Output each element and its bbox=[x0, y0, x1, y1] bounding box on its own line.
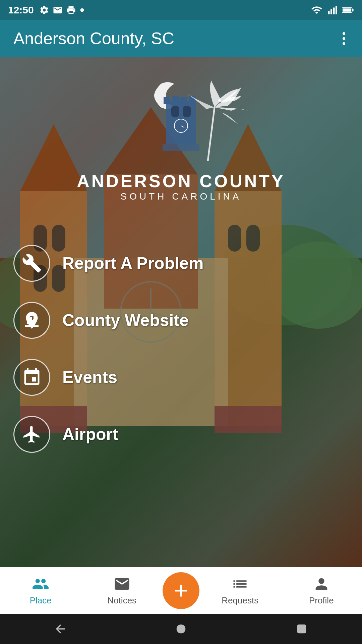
airport-label: Airport bbox=[62, 425, 118, 444]
menu-item-events[interactable]: Events bbox=[13, 352, 349, 402]
events-label: Events bbox=[62, 368, 117, 387]
wrench-icon bbox=[22, 253, 42, 273]
logo-section: ANDERSON COUNTY SOUTH CAROLINA bbox=[0, 70, 362, 202]
county-website-icon-circle bbox=[13, 302, 50, 339]
status-left: 12:50 bbox=[8, 4, 85, 16]
notices-nav-icon bbox=[113, 575, 131, 593]
profile-nav-label: Profile bbox=[309, 595, 334, 606]
add-button[interactable] bbox=[163, 572, 199, 609]
home-circle-icon bbox=[174, 622, 188, 636]
requests-nav-icon bbox=[231, 575, 249, 593]
logo-county-text: ANDERSON COUNTY bbox=[77, 171, 285, 191]
nav-item-profile[interactable]: Profile bbox=[281, 575, 362, 606]
hero-section: ANDERSON COUNTY SOUTH CAROLINA Report A … bbox=[0, 57, 362, 577]
back-icon bbox=[54, 622, 67, 636]
calendar-icon bbox=[22, 367, 42, 387]
svg-rect-4 bbox=[336, 6, 337, 14]
building-icon bbox=[22, 310, 42, 330]
svg-rect-35 bbox=[171, 106, 179, 117]
recent-icon bbox=[295, 622, 308, 636]
status-right bbox=[311, 4, 354, 16]
place-nav-label: Place bbox=[30, 595, 52, 606]
menu-item-airport[interactable]: Airport bbox=[13, 409, 349, 460]
requests-nav-label: Requests bbox=[222, 595, 258, 606]
airplane-icon bbox=[22, 424, 42, 444]
svg-rect-31 bbox=[164, 97, 170, 104]
logo-state-text: SOUTH CAROLINA bbox=[121, 191, 242, 202]
android-recent-button[interactable] bbox=[288, 619, 315, 639]
menu-items-list: Report A Problem County Website Events bbox=[0, 238, 362, 460]
add-icon bbox=[171, 581, 191, 601]
signal-icon bbox=[327, 4, 337, 16]
events-icon-circle bbox=[13, 359, 50, 396]
svg-rect-6 bbox=[352, 9, 353, 11]
svg-rect-3 bbox=[333, 8, 335, 14]
svg-rect-43 bbox=[298, 625, 305, 633]
mail-icon bbox=[53, 5, 63, 15]
svg-rect-2 bbox=[330, 9, 332, 14]
report-problem-label: Report A Problem bbox=[62, 254, 203, 273]
status-bar: 12:50 bbox=[0, 0, 362, 20]
svg-rect-33 bbox=[180, 97, 187, 104]
nav-item-notices[interactable]: Notices bbox=[81, 575, 163, 606]
menu-item-county-website[interactable]: County Website bbox=[13, 295, 349, 345]
county-logo bbox=[114, 70, 248, 178]
profile-nav-icon bbox=[313, 575, 330, 593]
settings-icon bbox=[39, 5, 49, 15]
print-icon bbox=[66, 5, 76, 15]
svg-rect-40 bbox=[163, 144, 199, 151]
svg-point-0 bbox=[80, 8, 84, 12]
menu-item-report-problem[interactable]: Report A Problem bbox=[13, 238, 349, 288]
place-nav-icon bbox=[32, 575, 49, 593]
bottom-navigation: Place Notices Requests Profile bbox=[0, 567, 362, 614]
nav-item-requests[interactable]: Requests bbox=[199, 575, 281, 606]
android-nav-bar bbox=[0, 614, 362, 644]
svg-point-42 bbox=[177, 625, 186, 634]
status-icons bbox=[39, 5, 85, 15]
svg-rect-7 bbox=[343, 8, 351, 12]
svg-rect-32 bbox=[172, 96, 179, 104]
report-problem-icon-circle bbox=[13, 245, 50, 282]
menu-dot-2 bbox=[343, 37, 345, 40]
menu-dot-1 bbox=[343, 32, 345, 35]
svg-rect-1 bbox=[328, 11, 330, 14]
app-title: Anderson County, SC bbox=[13, 29, 174, 48]
menu-dot-3 bbox=[343, 42, 345, 45]
wifi-icon bbox=[311, 4, 322, 16]
svg-line-41 bbox=[208, 107, 215, 161]
android-back-button[interactable] bbox=[47, 619, 74, 639]
airport-icon-circle bbox=[13, 416, 50, 453]
svg-rect-36 bbox=[183, 106, 191, 117]
app-bar: Anderson County, SC bbox=[0, 20, 362, 57]
android-home-button[interactable] bbox=[168, 619, 194, 639]
notices-nav-label: Notices bbox=[107, 595, 136, 606]
status-time: 12:50 bbox=[8, 4, 34, 16]
dot-icon bbox=[79, 7, 85, 13]
county-website-label: County Website bbox=[62, 311, 189, 330]
more-menu-button[interactable] bbox=[339, 29, 349, 48]
battery-icon bbox=[342, 5, 354, 15]
nav-item-place[interactable]: Place bbox=[0, 575, 81, 606]
